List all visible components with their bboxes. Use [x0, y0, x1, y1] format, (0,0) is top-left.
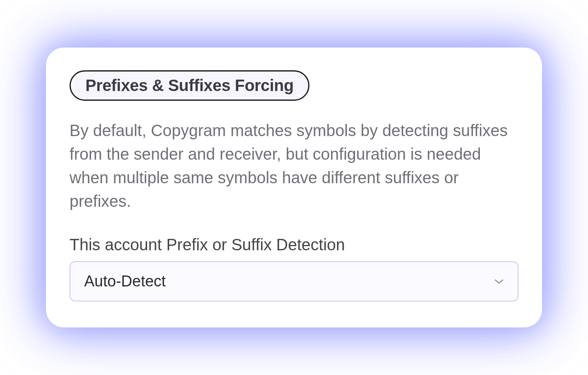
detection-select-value: Auto-Detect [84, 273, 166, 290]
settings-card: Prefixes & Suffixes Forcing By default, … [46, 48, 542, 327]
section-title: Prefixes & Suffixes Forcing [85, 76, 294, 94]
chevron-down-icon [494, 277, 504, 286]
card-glow-wrap: Prefixes & Suffixes Forcing By default, … [46, 48, 542, 327]
section-description: By default, Copygram matches symbols by … [70, 119, 509, 213]
detection-select[interactable]: Auto-Detect [70, 261, 518, 301]
detection-field-label: This account Prefix or Suffix Detection [70, 236, 518, 254]
section-title-pill: Prefixes & Suffixes Forcing [70, 70, 309, 101]
